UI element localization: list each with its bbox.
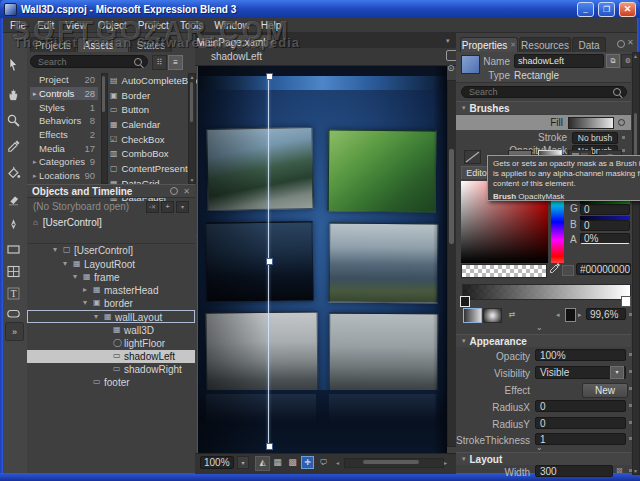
hscroll-left-arrow[interactable]: ◂ — [336, 459, 339, 466]
tab-resources[interactable]: Resources — [519, 37, 571, 52]
gradient-slider[interactable] — [462, 284, 631, 300]
minimize-button[interactable]: _ — [577, 2, 594, 17]
properties-search-input[interactable] — [467, 86, 613, 98]
title-bar[interactable]: Wall3D.csproj - Microsoft Expression Ble… — [0, 0, 640, 18]
pin-icon[interactable] — [170, 187, 178, 195]
brushes-header[interactable]: ▾Brushes — [456, 101, 631, 114]
tree-row-frame[interactable]: ▾▦frame ⊙ — [27, 271, 195, 284]
tree-row-shadowleft[interactable]: ▭shadowLeft ⊙ — [27, 350, 195, 363]
text-tool[interactable]: T — [5, 285, 22, 302]
category-locations[interactable]: ▸Locations90 — [30, 169, 98, 183]
tab-states[interactable]: States — [130, 37, 172, 52]
assets-search[interactable] — [30, 55, 148, 68]
assets-search-input[interactable] — [36, 56, 134, 68]
brushes-collapse-chevron[interactable]: ⌄ — [536, 323, 543, 332]
stop-offset-field[interactable]: 99,6% — [586, 308, 626, 320]
annotations-icon[interactable]: 🗩 — [317, 456, 330, 469]
menu-window[interactable]: Window — [214, 20, 250, 31]
visibility-dropdown[interactable]: Visible ▾ — [535, 366, 626, 379]
selection-handle-bottom[interactable] — [266, 443, 273, 450]
close-storyboard-icon[interactable]: ▫✕ — [146, 201, 159, 213]
properties-close-icon[interactable]: ✕ — [627, 38, 634, 47]
tree-row-footer[interactable]: ▭footer ⊙ — [27, 376, 195, 389]
tab-close-icon[interactable]: ✕ — [270, 38, 276, 46]
a-channel-field[interactable]: 0% — [580, 233, 630, 244]
menu-view[interactable]: View — [65, 20, 87, 31]
g-channel-field[interactable]: 0 — [580, 204, 630, 215]
breadcrumb[interactable]: shadowLeft — [211, 51, 262, 62]
objects-timeline-header[interactable]: Objects and Timeline ✕ — [27, 184, 195, 198]
tree-row-masterhead[interactable]: ▸▦masterHead ⊙ — [27, 284, 195, 297]
category-controls[interactable]: ▸Controls28 — [30, 87, 98, 101]
previous-stop-icon[interactable]: ◂ — [556, 311, 560, 319]
properties-search[interactable] — [461, 86, 627, 98]
menu-help[interactable]: Help — [261, 20, 282, 31]
tree-row-walllayout[interactable]: ▾▦wallLayout ⊙ — [27, 310, 195, 323]
opacity-field[interactable]: 100% — [535, 349, 626, 361]
selection-tool[interactable] — [5, 56, 22, 73]
list-view-button[interactable]: ≡ — [168, 55, 183, 70]
controls-scrollbar[interactable]: ▲ ▼ — [188, 73, 196, 184]
category-project[interactable]: Project20 — [30, 73, 98, 87]
menu-file[interactable]: File — [10, 20, 26, 31]
eyedropper-tool[interactable] — [5, 138, 22, 155]
new-storyboard-icon[interactable]: + — [161, 201, 174, 213]
document-tab-mainpage[interactable]: MainPage.xaml✕ — [197, 34, 275, 49]
tree-row-border[interactable]: ▾▣border ⊙ — [27, 297, 195, 310]
fill-marker[interactable] — [618, 119, 625, 126]
next-stop-icon[interactable]: ▸ — [578, 311, 582, 319]
radial-gradient-button[interactable] — [483, 308, 502, 323]
menu-edit[interactable]: Edit — [37, 20, 54, 31]
control-item[interactable]: ☑CheckBox — [110, 132, 186, 147]
show-grid-icon[interactable]: ▦ — [271, 456, 284, 469]
appearance-header[interactable]: ▾Appearance — [456, 334, 631, 347]
b-channel-field[interactable]: 0 — [580, 220, 630, 231]
category-styles[interactable]: Styles1 — [30, 100, 98, 114]
maximize-button[interactable]: ❐ — [598, 2, 615, 17]
tree-row-wall3d[interactable]: ▦wall3D ⊙ — [27, 324, 195, 337]
color-resource-icon[interactable] — [562, 265, 574, 276]
effect-rendering-icon[interactable]: ◭ — [255, 456, 270, 471]
radiusy-field[interactable]: 0 — [535, 417, 626, 429]
fill-property-row[interactable]: Fill — [456, 115, 631, 130]
stroke-property-row[interactable]: Stroke No brush — [456, 131, 631, 144]
panel-close-icon[interactable]: ✕ — [183, 187, 190, 196]
zoom-tool[interactable] — [5, 112, 22, 129]
artboard-visibility-icon[interactable]: ⊙ — [447, 64, 455, 73]
pan-tool[interactable] — [5, 86, 22, 103]
category-media[interactable]: Media17 — [30, 141, 98, 155]
control-item[interactable]: ▥ComboBox — [110, 146, 186, 161]
menu-project[interactable]: Project — [138, 20, 169, 31]
properties-scrollbar[interactable]: ▲ ▼ — [632, 52, 640, 475]
effect-new-button[interactable]: New — [582, 383, 628, 398]
strokethickness-field[interactable]: 1 — [535, 433, 626, 445]
artboard[interactable] — [197, 66, 447, 453]
tree-row-shadowright[interactable]: ▭shadowRight ⊙ — [27, 363, 195, 376]
tree-row-lightfloor[interactable]: ◯lightFloor ⊙ — [27, 337, 195, 350]
paint-bucket-tool[interactable] — [5, 164, 22, 181]
category-categories[interactable]: ▸Categories9 — [30, 155, 98, 169]
grid-view-button[interactable]: ⠿ — [152, 55, 167, 70]
hscroll-right-arrow[interactable]: ▸ — [444, 459, 447, 466]
grid-layout-tool[interactable] — [5, 263, 22, 280]
width-field[interactable]: 300 — [535, 465, 613, 477]
gradient-stop-end[interactable] — [621, 296, 631, 307]
menu-tools[interactable]: Tools — [180, 20, 203, 31]
button-control-tool[interactable] — [5, 305, 22, 322]
tree-row-usercontrol[interactable]: ▾▢[UserControl] — [27, 244, 195, 257]
storyboard-menu-icon[interactable]: ▾ — [176, 201, 189, 213]
menu-object[interactable]: Object — [98, 20, 127, 31]
document-tabs-menu-icon[interactable]: ▾ — [446, 37, 450, 45]
appearance-collapse-chevron[interactable]: ⌄ — [536, 443, 543, 452]
category-behaviors[interactable]: Behaviors8 — [30, 114, 98, 128]
assets-flyout-button[interactable]: » — [5, 322, 24, 341]
gradient-stop-start[interactable] — [460, 296, 470, 307]
control-item[interactable]: ▤AutoCompleteBox — [110, 73, 186, 88]
category-effects[interactable]: Effects2 — [30, 128, 98, 142]
artboard-hscrollbar[interactable] — [344, 458, 444, 468]
zoom-dropdown-icon[interactable]: ▾ — [237, 456, 249, 469]
reverse-gradient-icon[interactable]: ⇄ — [505, 308, 519, 321]
no-brush-button[interactable] — [464, 150, 481, 164]
tab-close-icon[interactable]: ✕ — [510, 41, 516, 49]
eraser-tool[interactable] — [5, 190, 22, 207]
